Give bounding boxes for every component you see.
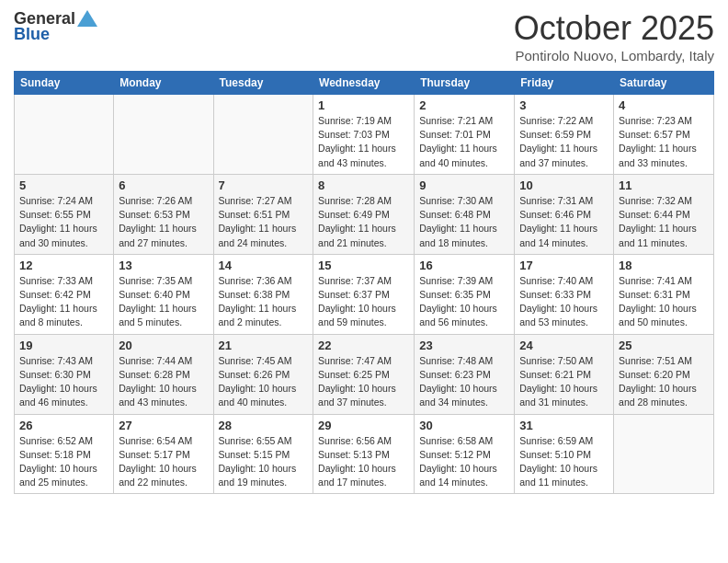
calendar-cell: 12Sunrise: 7:33 AM Sunset: 6:42 PM Dayli… [15, 254, 114, 334]
day-number: 9 [419, 178, 509, 192]
day-number: 15 [318, 259, 409, 272]
day-info: Sunrise: 7:40 AM Sunset: 6:33 PM Dayligh… [519, 274, 609, 330]
day-info: Sunrise: 7:45 AM Sunset: 6:26 PM Dayligh… [219, 354, 309, 410]
day-info: Sunrise: 6:58 AM Sunset: 5:12 PM Dayligh… [419, 434, 509, 490]
day-number: 4 [619, 98, 709, 112]
calendar-cell: 7Sunrise: 7:27 AM Sunset: 6:51 PM Daylig… [213, 174, 313, 254]
week-row-4: 19Sunrise: 7:43 AM Sunset: 6:30 PM Dayli… [15, 334, 714, 414]
day-info: Sunrise: 7:32 AM Sunset: 6:44 PM Dayligh… [619, 194, 709, 250]
week-row-3: 12Sunrise: 7:33 AM Sunset: 6:42 PM Dayli… [15, 254, 714, 334]
day-number: 25 [619, 339, 709, 352]
logo-blue-text: Blue [14, 25, 50, 44]
day-number: 31 [519, 419, 609, 432]
calendar-cell: 17Sunrise: 7:40 AM Sunset: 6:33 PM Dayli… [515, 254, 614, 334]
calendar-cell: 9Sunrise: 7:30 AM Sunset: 6:48 PM Daylig… [415, 174, 515, 254]
calendar-cell [213, 95, 313, 175]
day-info: Sunrise: 7:50 AM Sunset: 6:21 PM Dayligh… [519, 354, 609, 410]
calendar-cell: 15Sunrise: 7:37 AM Sunset: 6:37 PM Dayli… [313, 254, 415, 334]
day-info: Sunrise: 7:33 AM Sunset: 6:42 PM Dayligh… [19, 274, 108, 330]
calendar-cell: 13Sunrise: 7:35 AM Sunset: 6:40 PM Dayli… [114, 254, 213, 334]
calendar-cell: 21Sunrise: 7:45 AM Sunset: 6:26 PM Dayli… [213, 334, 313, 414]
calendar-cell: 5Sunrise: 7:24 AM Sunset: 6:55 PM Daylig… [15, 174, 114, 254]
day-number: 17 [519, 259, 609, 272]
day-header-monday: Monday [114, 72, 213, 95]
day-number: 24 [519, 339, 609, 352]
day-number: 8 [318, 178, 409, 192]
day-number: 16 [419, 259, 509, 272]
day-info: Sunrise: 7:28 AM Sunset: 6:49 PM Dayligh… [318, 194, 409, 250]
calendar-cell: 24Sunrise: 7:50 AM Sunset: 6:21 PM Dayli… [515, 334, 614, 414]
day-info: Sunrise: 7:37 AM Sunset: 6:37 PM Dayligh… [318, 274, 409, 330]
day-info: Sunrise: 7:36 AM Sunset: 6:38 PM Dayligh… [219, 274, 309, 330]
day-info: Sunrise: 7:47 AM Sunset: 6:25 PM Dayligh… [318, 354, 409, 410]
day-info: Sunrise: 7:51 AM Sunset: 6:20 PM Dayligh… [619, 354, 709, 410]
calendar-cell: 31Sunrise: 6:59 AM Sunset: 5:10 PM Dayli… [515, 414, 614, 494]
calendar-cell: 23Sunrise: 7:48 AM Sunset: 6:23 PM Dayli… [415, 334, 515, 414]
calendar-cell: 27Sunrise: 6:54 AM Sunset: 5:17 PM Dayli… [114, 414, 213, 494]
day-info: Sunrise: 7:22 AM Sunset: 6:59 PM Dayligh… [519, 114, 609, 170]
title-area: October 2025 Pontirolo Nuovo, Lombardy, … [514, 9, 714, 63]
day-info: Sunrise: 7:19 AM Sunset: 7:03 PM Dayligh… [318, 114, 409, 170]
day-number: 6 [119, 178, 208, 192]
day-info: Sunrise: 6:55 AM Sunset: 5:15 PM Dayligh… [219, 434, 309, 490]
month-title: October 2025 [514, 9, 714, 48]
calendar-cell: 20Sunrise: 7:44 AM Sunset: 6:28 PM Dayli… [114, 334, 213, 414]
day-number: 27 [119, 419, 208, 432]
day-number: 21 [219, 339, 309, 352]
day-header-thursday: Thursday [415, 72, 515, 95]
calendar-cell: 30Sunrise: 6:58 AM Sunset: 5:12 PM Dayli… [415, 414, 515, 494]
calendar-cell [15, 95, 114, 175]
day-info: Sunrise: 6:54 AM Sunset: 5:17 PM Dayligh… [119, 434, 208, 490]
day-number: 10 [519, 178, 609, 192]
day-number: 18 [619, 259, 709, 272]
calendar-cell: 4Sunrise: 7:23 AM Sunset: 6:57 PM Daylig… [614, 95, 714, 175]
calendar-cell [614, 414, 714, 494]
day-info: Sunrise: 6:56 AM Sunset: 5:13 PM Dayligh… [318, 434, 409, 490]
day-info: Sunrise: 6:52 AM Sunset: 5:18 PM Dayligh… [19, 434, 108, 490]
calendar-table: SundayMondayTuesdayWednesdayThursdayFrid… [14, 71, 714, 494]
calendar-cell: 18Sunrise: 7:41 AM Sunset: 6:31 PM Dayli… [614, 254, 714, 334]
day-number: 19 [19, 339, 108, 352]
day-info: Sunrise: 7:44 AM Sunset: 6:28 PM Dayligh… [119, 354, 208, 410]
logo-icon [77, 10, 97, 27]
day-header-saturday: Saturday [614, 72, 714, 95]
svg-marker-0 [77, 10, 97, 27]
day-number: 1 [318, 98, 409, 112]
calendar-cell: 26Sunrise: 6:52 AM Sunset: 5:18 PM Dayli… [15, 414, 114, 494]
week-row-2: 5Sunrise: 7:24 AM Sunset: 6:55 PM Daylig… [15, 174, 714, 254]
day-number: 20 [119, 339, 208, 352]
calendar-cell: 3Sunrise: 7:22 AM Sunset: 6:59 PM Daylig… [515, 95, 614, 175]
calendar-cell: 22Sunrise: 7:47 AM Sunset: 6:25 PM Dayli… [313, 334, 415, 414]
day-number: 14 [219, 259, 309, 272]
subtitle: Pontirolo Nuovo, Lombardy, Italy [514, 48, 714, 63]
day-number: 5 [19, 178, 108, 192]
day-number: 29 [318, 419, 409, 432]
calendar-cell: 2Sunrise: 7:21 AM Sunset: 7:01 PM Daylig… [415, 95, 515, 175]
day-info: Sunrise: 7:43 AM Sunset: 6:30 PM Dayligh… [19, 354, 108, 410]
day-info: Sunrise: 7:21 AM Sunset: 7:01 PM Dayligh… [419, 114, 509, 170]
day-info: Sunrise: 7:39 AM Sunset: 6:35 PM Dayligh… [419, 274, 509, 330]
calendar-cell: 14Sunrise: 7:36 AM Sunset: 6:38 PM Dayli… [213, 254, 313, 334]
day-number: 26 [19, 419, 108, 432]
day-number: 7 [219, 178, 309, 192]
day-header-tuesday: Tuesday [213, 72, 313, 95]
day-info: Sunrise: 6:59 AM Sunset: 5:10 PM Dayligh… [519, 434, 609, 490]
day-header-friday: Friday [515, 72, 614, 95]
calendar-cell: 11Sunrise: 7:32 AM Sunset: 6:44 PM Dayli… [614, 174, 714, 254]
day-info: Sunrise: 7:31 AM Sunset: 6:46 PM Dayligh… [519, 194, 609, 250]
days-header-row: SundayMondayTuesdayWednesdayThursdayFrid… [15, 72, 714, 95]
day-number: 13 [119, 259, 208, 272]
day-number: 11 [619, 178, 709, 192]
day-number: 12 [19, 259, 108, 272]
day-number: 30 [419, 419, 509, 432]
day-number: 22 [318, 339, 409, 352]
day-info: Sunrise: 7:41 AM Sunset: 6:31 PM Dayligh… [619, 274, 709, 330]
day-info: Sunrise: 7:35 AM Sunset: 6:40 PM Dayligh… [119, 274, 208, 330]
day-info: Sunrise: 7:24 AM Sunset: 6:55 PM Dayligh… [19, 194, 108, 250]
week-row-1: 1Sunrise: 7:19 AM Sunset: 7:03 PM Daylig… [15, 95, 714, 175]
logo: General Blue [14, 9, 97, 44]
day-number: 3 [519, 98, 609, 112]
calendar-cell: 16Sunrise: 7:39 AM Sunset: 6:35 PM Dayli… [415, 254, 515, 334]
day-number: 2 [419, 98, 509, 112]
day-info: Sunrise: 7:27 AM Sunset: 6:51 PM Dayligh… [219, 194, 309, 250]
